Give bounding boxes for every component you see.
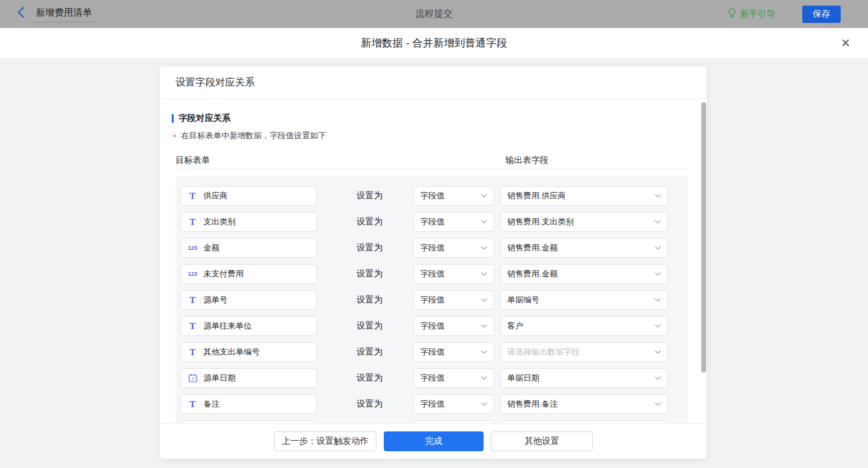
target-field-name: 支出类别 bbox=[203, 216, 236, 227]
value-mode-select[interactable]: 字段值 bbox=[414, 238, 494, 258]
set-as-label: 设置为 bbox=[356, 268, 384, 280]
set-as-label: 设置为 bbox=[356, 216, 384, 227]
value-mode-text: 字段值 bbox=[420, 320, 445, 332]
set-as-label: 设置为 bbox=[356, 373, 384, 384]
value-mode-text: 字段值 bbox=[420, 347, 445, 358]
target-field-input[interactable] bbox=[180, 420, 317, 423]
target-field-input[interactable]: T 供应商 bbox=[180, 186, 317, 206]
card-footer: 上一步：设置触发动作 完成 其他设置 bbox=[160, 423, 707, 459]
value-mode-text: 字段值 bbox=[420, 294, 445, 306]
output-field-select[interactable]: 销售费用.供应商 bbox=[500, 186, 668, 206]
target-field-input[interactable]: T 支出类别 bbox=[180, 212, 317, 232]
value-mode-text: 字段值 bbox=[420, 268, 445, 280]
text-field-icon: T bbox=[187, 218, 198, 227]
field-mapping-row: T 源单号 设置为 字段值 单据编号 bbox=[180, 290, 688, 310]
output-field-select[interactable] bbox=[500, 420, 668, 423]
output-field-select[interactable]: 请选择输出数据字段 bbox=[500, 342, 668, 362]
column-headers: 目标表单 输出表字段 bbox=[175, 155, 707, 165]
field-mapping-row: 7 源单日期 设置为 字段值 单据日期 bbox=[180, 368, 688, 388]
chevron-down-icon bbox=[481, 376, 487, 380]
chevron-down-icon bbox=[655, 220, 661, 224]
field-mapping-row: 123 金额 设置为 字段值 销售费用.金额 bbox=[180, 238, 688, 258]
value-mode-text: 字段值 bbox=[420, 399, 445, 410]
set-as-label: 设置为 bbox=[356, 242, 384, 254]
set-as-label: 设置为 bbox=[356, 399, 384, 410]
output-field-select[interactable]: 销售费用.金额 bbox=[500, 264, 668, 284]
value-mode-text: 字段值 bbox=[420, 190, 445, 201]
value-mode-select[interactable]: 字段值 bbox=[414, 368, 494, 388]
required-asterisk: * bbox=[173, 133, 176, 142]
section-hint: * 在目标表单中新增数据，字段值设置如下 bbox=[173, 130, 707, 141]
output-field-select[interactable]: 销售费用.金额 bbox=[500, 238, 668, 258]
dialog-title: 新增数据 - 合并新增到普通字段 bbox=[0, 28, 868, 58]
output-field-select[interactable]: 客户 bbox=[500, 316, 668, 336]
chevron-down-icon bbox=[481, 220, 487, 224]
text-field-icon: T bbox=[187, 348, 198, 357]
chevron-down-icon bbox=[655, 246, 661, 250]
set-as-label: 设置为 bbox=[356, 190, 384, 201]
text-field-icon: T bbox=[187, 192, 198, 201]
output-field-select[interactable]: 单据日期 bbox=[500, 368, 668, 388]
target-field-input[interactable]: 123 金额 bbox=[180, 238, 317, 258]
output-field-text: 请选择输出数据字段 bbox=[507, 347, 580, 358]
section-hint-text: 在目标表单中新增数据，字段值设置如下 bbox=[181, 130, 326, 141]
beginner-guide-label: 新手引导 bbox=[740, 9, 775, 20]
number-field-icon: 123 bbox=[187, 245, 198, 251]
date-field-icon: 7 bbox=[187, 374, 198, 382]
lightbulb-icon bbox=[728, 8, 736, 20]
chevron-down-icon bbox=[655, 402, 661, 406]
chevron-down-icon bbox=[481, 350, 487, 354]
close-icon[interactable]: ✕ bbox=[838, 28, 853, 58]
text-field-icon: T bbox=[187, 296, 198, 305]
top-bar: 新增费用清单 流程提交 新手引导 保存 bbox=[0, 0, 868, 28]
number-field-icon: 123 bbox=[187, 272, 198, 277]
value-mode-select[interactable]: 字段值 bbox=[414, 264, 494, 284]
target-field-input[interactable]: T 源单往来单位 bbox=[180, 316, 317, 336]
output-field-select[interactable]: 销售费用.支出类别 bbox=[500, 212, 668, 232]
target-field-input[interactable]: T 源单号 bbox=[180, 290, 317, 310]
target-field-name: 源单日期 bbox=[203, 373, 236, 384]
workflow-name-tab[interactable]: 新增费用清单 bbox=[34, 6, 94, 22]
target-field-name: 金额 bbox=[203, 242, 219, 254]
chevron-down-icon bbox=[481, 272, 487, 276]
value-mode-select[interactable]: 字段值 bbox=[414, 394, 494, 414]
value-mode-text: 字段值 bbox=[420, 373, 445, 384]
target-field-name: 源单往来单位 bbox=[203, 320, 252, 332]
set-as-label: 设置为 bbox=[356, 320, 384, 332]
value-mode-select[interactable]: 字段值 bbox=[414, 342, 494, 362]
other-settings-button[interactable]: 其他设置 bbox=[491, 431, 593, 451]
chevron-down-icon bbox=[481, 298, 487, 302]
target-field-input[interactable]: T 其他支出单编号 bbox=[180, 342, 317, 362]
target-field-name: 未支付费用 bbox=[203, 268, 244, 280]
back-button[interactable] bbox=[17, 7, 24, 20]
target-field-input[interactable]: 7 源单日期 bbox=[180, 368, 317, 388]
value-mode-select[interactable]: 字段值 bbox=[414, 212, 494, 232]
output-field-text: 销售费用.支出类别 bbox=[507, 216, 574, 227]
field-mapping-row: 123 未支付费用 设置为 字段值 销售费用.金额 bbox=[180, 264, 688, 284]
field-mapping-panel: T 供应商 设置为 字段值 销售费用.供应商 T 支出类别 设置为 字段值 bbox=[175, 176, 688, 423]
value-mode-select[interactable] bbox=[414, 420, 494, 423]
chevron-down-icon bbox=[481, 324, 487, 328]
scrollbar-thumb[interactable] bbox=[701, 102, 706, 373]
value-mode-select[interactable]: 字段值 bbox=[414, 290, 494, 310]
output-field-select[interactable]: 销售费用.备注 bbox=[500, 394, 668, 414]
previous-step-button[interactable]: 上一步：设置触发动作 bbox=[274, 431, 376, 451]
target-field-name: 供应商 bbox=[203, 190, 228, 201]
chevron-down-icon bbox=[655, 298, 661, 302]
target-field-name: 其他支出单编号 bbox=[203, 347, 260, 358]
header-divider bbox=[175, 169, 688, 169]
save-button[interactable]: 保存 bbox=[802, 6, 841, 23]
section-accent-bar bbox=[172, 114, 174, 123]
field-mapping-card: 设置字段对应关系 字段对应关系 * 在目标表单中新增数据，字段值设置如下 目标表… bbox=[160, 66, 707, 459]
value-mode-select[interactable]: 字段值 bbox=[414, 316, 494, 336]
beginner-guide-link[interactable]: 新手引导 bbox=[728, 0, 775, 28]
value-mode-select[interactable]: 字段值 bbox=[414, 186, 494, 206]
svg-text:7: 7 bbox=[191, 376, 193, 382]
chevron-left-icon bbox=[17, 7, 24, 20]
text-field-icon: T bbox=[187, 322, 198, 331]
done-button[interactable]: 完成 bbox=[384, 431, 484, 451]
output-field-select[interactable]: 单据编号 bbox=[500, 290, 668, 310]
target-field-input[interactable]: T 备注 bbox=[180, 394, 317, 414]
card-header-title: 设置字段对应关系 bbox=[160, 66, 707, 99]
target-field-input[interactable]: 123 未支付费用 bbox=[180, 264, 317, 284]
